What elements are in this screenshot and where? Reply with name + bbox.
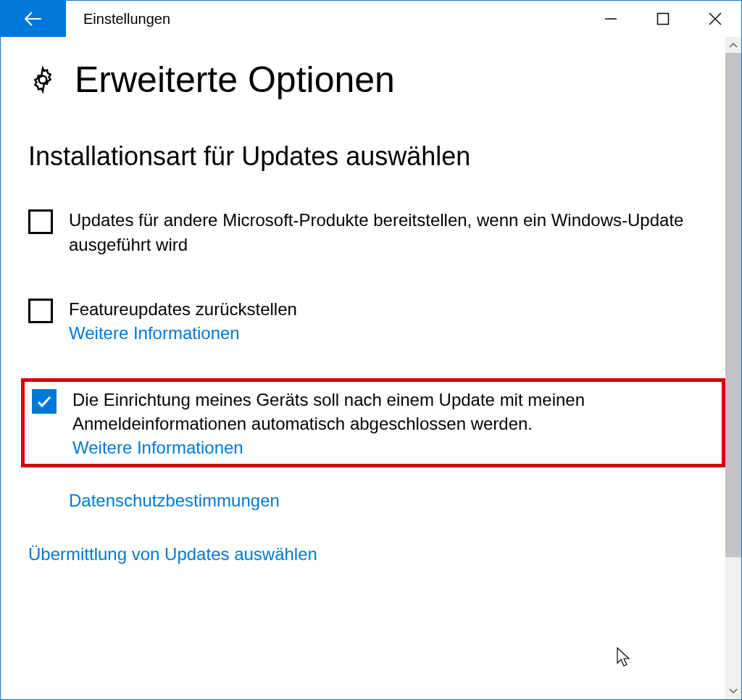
close-button[interactable] [689,1,741,37]
option-label: Featureupdates zurückstellen [69,297,297,322]
delivery-link[interactable]: Übermittlung von Updates auswählen [28,544,725,564]
option-label: Updates für andere Microsoft-Produkte be… [69,208,720,257]
option-label: Die Einrichtung meines Geräts soll nach … [72,388,719,436]
window-controls [585,1,741,37]
chevron-up-icon [729,42,738,48]
privacy-link[interactable]: Datenschutzbestimmungen [69,491,725,511]
minimize-button[interactable] [585,1,637,37]
page-title: Erweiterte Optionen [75,59,395,101]
checkbox-auto-signin[interactable] [32,389,57,414]
checkbox-defer-features[interactable] [28,299,53,323]
close-icon [708,12,722,26]
scroll-thumb[interactable] [725,53,741,557]
maximize-icon [656,12,670,25]
gear-icon [28,65,57,94]
option-auto-signin-highlighted: Die Einrichtung meines Geräts soll nach … [21,378,725,467]
arrow-left-icon [22,7,45,30]
titlebar: Einstellungen [1,1,741,37]
checkbox-other-products[interactable] [28,209,53,234]
page-header: Erweiterte Optionen [28,59,725,101]
chevron-down-icon [729,688,738,694]
scroll-track[interactable] [725,53,741,683]
more-info-link-signin[interactable]: Weitere Informationen [72,438,719,458]
option-other-products: Updates für andere Microsoft-Produkte be… [28,202,725,262]
more-info-link-defer[interactable]: Weitere Informationen [69,323,297,343]
back-button[interactable] [1,1,66,37]
minimize-icon [604,12,617,25]
svg-point-5 [39,76,47,84]
maximize-button[interactable] [637,1,689,37]
window-title: Einstellungen [66,1,585,37]
checkmark-icon [36,393,53,410]
option-defer-features: Featureupdates zurückstellen Weitere Inf… [28,291,725,349]
scrollbar[interactable] [725,37,741,699]
content-area: Erweiterte Optionen Installationsart für… [1,37,725,699]
section-heading: Installationsart für Updates auswählen [28,141,725,172]
scroll-down-button[interactable] [725,683,741,699]
scroll-up-button[interactable] [725,37,741,53]
svg-rect-2 [658,14,669,25]
